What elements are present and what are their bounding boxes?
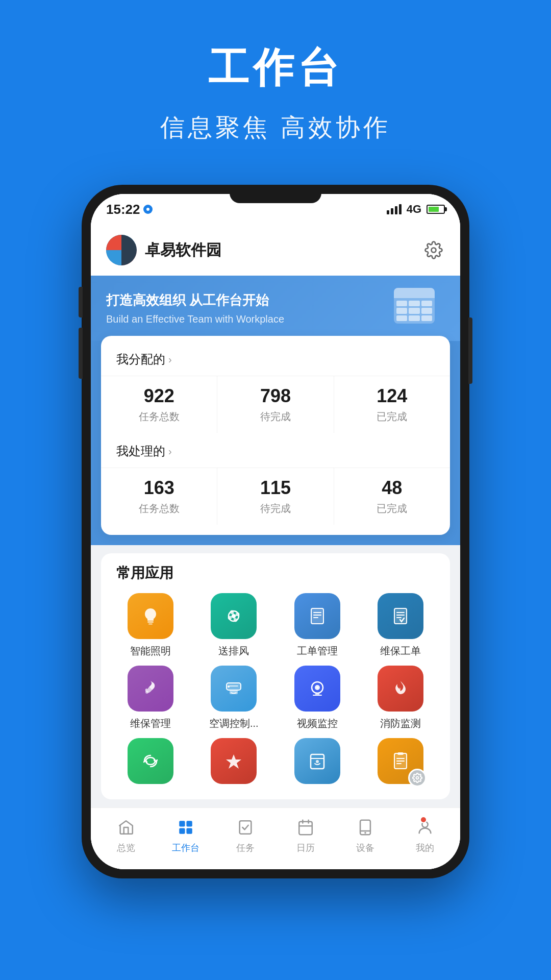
nav-device[interactable]: 设备	[335, 816, 395, 854]
app-fire-monitor[interactable]: 消防监测	[362, 666, 440, 730]
smart-lighting-icon	[128, 593, 173, 639]
signal-icon	[387, 204, 402, 214]
app-10[interactable]	[195, 738, 273, 789]
svg-rect-40	[179, 828, 185, 834]
add-icon	[408, 769, 427, 787]
side-button-volume-down	[79, 328, 83, 379]
ac-control-icon	[211, 666, 257, 712]
fire-monitor-icon	[378, 666, 423, 712]
app-label: 送排风	[218, 644, 249, 657]
nav-label-device: 设备	[356, 842, 374, 854]
svg-rect-6	[311, 608, 323, 624]
side-button-power	[468, 317, 472, 384]
app-video-monitor[interactable]: 视频监控	[278, 666, 357, 730]
app-maintenance-order[interactable]: 维保工单	[362, 593, 440, 657]
banner-text: 打造高效组织 从工作台开始 Build an Effective Team wi…	[106, 291, 394, 325]
app12-icon	[378, 738, 423, 784]
nav-label-calendar: 日历	[296, 842, 315, 854]
stats-card: 我分配的 › 922 任务总数 798 待完成	[101, 336, 450, 535]
my-assigned-section[interactable]: 我分配的 ›	[101, 346, 450, 376]
assigned-total: 922 任务总数	[101, 376, 217, 433]
app-12[interactable]	[362, 738, 440, 789]
avatar	[106, 235, 137, 265]
mine-icon	[414, 816, 436, 839]
svg-rect-3	[148, 623, 153, 625]
nav-workspace[interactable]: 工作台	[156, 816, 215, 854]
app-name: 卓易软件园	[145, 240, 221, 261]
app10-icon	[211, 738, 257, 784]
nav-task[interactable]: 任务	[216, 816, 276, 854]
my-handled-section[interactable]: 我处理的 ›	[101, 438, 450, 468]
app-smart-lighting[interactable]: 智能照明	[111, 593, 190, 657]
app-label: 视频监控	[297, 717, 338, 730]
nav-label-task: 任务	[236, 842, 255, 854]
app-label: 维保工单	[380, 644, 421, 657]
handled-total: 163 任务总数	[101, 468, 217, 525]
app-label: 工单管理	[297, 644, 338, 657]
svg-rect-38	[179, 821, 185, 826]
handled-pending: 115 待完成	[217, 468, 334, 525]
apps-grid: 智能照明	[111, 593, 440, 794]
handled-done: 48 已完成	[334, 468, 450, 525]
nav-calendar[interactable]: 日历	[276, 816, 335, 854]
page-title: 工作台	[20, 41, 531, 96]
settings-button[interactable]	[422, 239, 445, 261]
svg-point-16	[145, 691, 148, 694]
apps-section-title: 常用应用	[111, 564, 440, 583]
svg-point-24	[316, 687, 318, 689]
app-maintenance-mgmt[interactable]: 维保管理	[111, 666, 190, 730]
apps-section: 常用应用 智	[101, 553, 450, 799]
bottom-nav: 总览 工作台	[91, 807, 460, 869]
nav-label-overview: 总览	[117, 842, 135, 854]
banner-illustration	[394, 288, 445, 329]
svg-rect-2	[147, 621, 154, 623]
battery-icon	[427, 205, 445, 214]
svg-point-49	[365, 832, 365, 833]
app-ventilation[interactable]: 送排风	[195, 593, 273, 657]
app-9[interactable]	[111, 738, 190, 789]
nav-label-mine: 我的	[416, 842, 434, 854]
phone-mockup: 15:22 4G	[82, 185, 469, 878]
assigned-done: 124 已完成	[334, 376, 450, 433]
banner: 打造高效组织 从工作台开始 Build an Effective Team wi…	[91, 276, 460, 341]
my-assigned-stats-row: 922 任务总数 798 待完成 124 已完成	[101, 376, 450, 433]
chevron-right-icon-2: ›	[168, 446, 172, 457]
app-logo-area: 卓易软件园	[106, 235, 221, 265]
svg-rect-41	[186, 828, 192, 834]
location-icon	[143, 205, 153, 214]
task-icon	[234, 816, 257, 839]
svg-point-21	[228, 685, 230, 688]
svg-rect-43	[299, 822, 312, 835]
svg-rect-39	[186, 821, 192, 826]
device-icon	[354, 816, 377, 839]
app-label: 消防监测	[380, 717, 421, 730]
work-order-icon	[294, 593, 340, 639]
app-work-order[interactable]: 工单管理	[278, 593, 357, 657]
screen: 15:22 4G	[91, 194, 460, 869]
my-handled-stats-row: 163 任务总数 115 待完成 48 已完成	[101, 468, 450, 525]
nav-mine[interactable]: 我的	[395, 816, 455, 854]
app-ac-control[interactable]: 空调控制...	[195, 666, 273, 730]
app11-icon	[294, 738, 340, 784]
ventilation-icon	[211, 593, 257, 639]
app-label: 智能照明	[130, 644, 171, 657]
calendar-icon	[294, 816, 317, 839]
maintenance-mgmt-icon	[128, 666, 173, 712]
svg-point-1	[432, 248, 436, 253]
home-icon	[115, 816, 137, 839]
svg-point-5	[232, 614, 236, 618]
status-right: 4G	[387, 203, 445, 216]
assigned-pending: 798 待完成	[217, 376, 334, 433]
nav-overview[interactable]: 总览	[96, 816, 156, 854]
workspace-icon	[174, 816, 197, 839]
svg-point-30	[316, 760, 319, 763]
app-label: 空调控制...	[209, 717, 259, 730]
svg-point-37	[416, 777, 419, 779]
app-11[interactable]	[278, 738, 357, 789]
notch	[230, 185, 321, 203]
banner-subtitle: Build an Effective Team with Workplace	[106, 313, 394, 325]
app-label: 维保管理	[130, 717, 171, 730]
app9-icon	[128, 738, 173, 784]
chevron-right-icon: ›	[168, 354, 172, 365]
side-button-volume-up	[79, 287, 83, 317]
